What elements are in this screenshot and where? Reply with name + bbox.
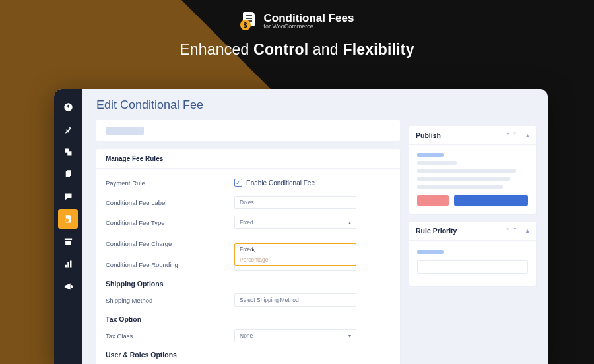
panel-down-icon[interactable]: ˅ bbox=[513, 228, 517, 234]
publish-title: Publish bbox=[416, 131, 441, 139]
publish-placeholder bbox=[417, 161, 457, 165]
sidebar-archive[interactable] bbox=[58, 231, 78, 251]
panel-up-icon[interactable]: ˄ bbox=[506, 132, 510, 138]
fee-type-label: Conditional Fee Type bbox=[106, 219, 234, 226]
publish-button[interactable] bbox=[454, 195, 528, 206]
fee-type-select[interactable]: Fixed ▴ bbox=[234, 216, 356, 229]
tax-header: Tax Option bbox=[106, 315, 391, 323]
shipping-header: Shipping Options bbox=[106, 280, 391, 288]
sidebar-pin[interactable] bbox=[58, 119, 78, 139]
title-placeholder bbox=[106, 127, 144, 135]
enable-fee-label: Enable Conditional Fee bbox=[246, 179, 315, 187]
logo-subtitle: for WooCommerce bbox=[264, 24, 314, 30]
fee-label-label: Conditional Fee Label bbox=[106, 199, 234, 206]
panel-collapse-icon[interactable]: ▴ bbox=[526, 228, 529, 234]
fee-rounding-label: Conditional Fee Rounding bbox=[106, 261, 234, 268]
publish-placeholder bbox=[417, 153, 444, 157]
rule-priority-panel: Rule Priority ˄ ˅ ▴ bbox=[409, 222, 536, 286]
title-input-panel[interactable] bbox=[96, 120, 400, 141]
tax-class-select[interactable]: None ▾ bbox=[234, 329, 356, 342]
sidebar-dashboard[interactable] bbox=[58, 97, 78, 117]
app-window: Edit Conditional Fee Manage Fee Rules Pa… bbox=[54, 89, 548, 364]
fee-label-input[interactable]: Doles bbox=[234, 196, 356, 209]
sidebar-conditional-fees[interactable] bbox=[58, 209, 78, 229]
panel-collapse-icon[interactable]: ▴ bbox=[526, 132, 529, 138]
sidebar-pages[interactable] bbox=[58, 164, 78, 184]
chevron-down-icon: ▾ bbox=[348, 333, 351, 339]
sidebar-marketing[interactable] bbox=[58, 276, 78, 296]
shipping-method-label: Shipping Method bbox=[106, 297, 234, 304]
publish-placeholder bbox=[417, 177, 510, 181]
shipping-method-select[interactable]: Select Shipping Method bbox=[234, 293, 356, 307]
tax-class-label: Tax Class bbox=[106, 332, 234, 340]
fee-charge-option-percentage[interactable]: Percentage bbox=[235, 255, 356, 265]
admin-sidebar bbox=[54, 89, 82, 364]
logo-title: Conditional Fees bbox=[264, 13, 354, 24]
sidebar-comments[interactable] bbox=[58, 187, 78, 206]
fee-charge-label: Conditional Fee Charge bbox=[106, 240, 234, 247]
tagline: Enhanced Control and Flexibility bbox=[0, 41, 594, 59]
logo-icon: $ bbox=[240, 12, 259, 30]
chevron-up-icon: ▴ bbox=[348, 220, 351, 226]
trash-button[interactable] bbox=[417, 195, 449, 206]
publish-placeholder bbox=[417, 185, 503, 189]
priority-input[interactable] bbox=[417, 260, 528, 274]
fee-charge-dropdown[interactable]: Fixed Percentage ↖ bbox=[234, 243, 356, 266]
roles-header: User & Roles Options bbox=[106, 351, 391, 359]
panel-down-icon[interactable]: ˅ bbox=[513, 132, 517, 138]
payment-rule-label: Payment Rule bbox=[106, 179, 234, 187]
priority-placeholder bbox=[417, 250, 444, 254]
product-logo: $ Conditional Fees for WooCommerce bbox=[240, 12, 354, 30]
publish-placeholder bbox=[417, 169, 516, 173]
section-header: Manage Fee Rules bbox=[96, 149, 400, 169]
fee-charge-option-fixed[interactable]: Fixed bbox=[235, 244, 356, 255]
panel-up-icon[interactable]: ˄ bbox=[506, 228, 510, 234]
page-title: Edit Conditional Fee bbox=[96, 98, 400, 112]
priority-title: Rule Priority bbox=[416, 227, 457, 235]
sidebar-analytics[interactable] bbox=[58, 254, 78, 274]
publish-panel: Publish ˄ ˅ ▴ bbox=[409, 126, 536, 214]
enable-fee-checkbox[interactable]: ✓ bbox=[234, 179, 242, 187]
sidebar-media[interactable] bbox=[58, 142, 78, 162]
